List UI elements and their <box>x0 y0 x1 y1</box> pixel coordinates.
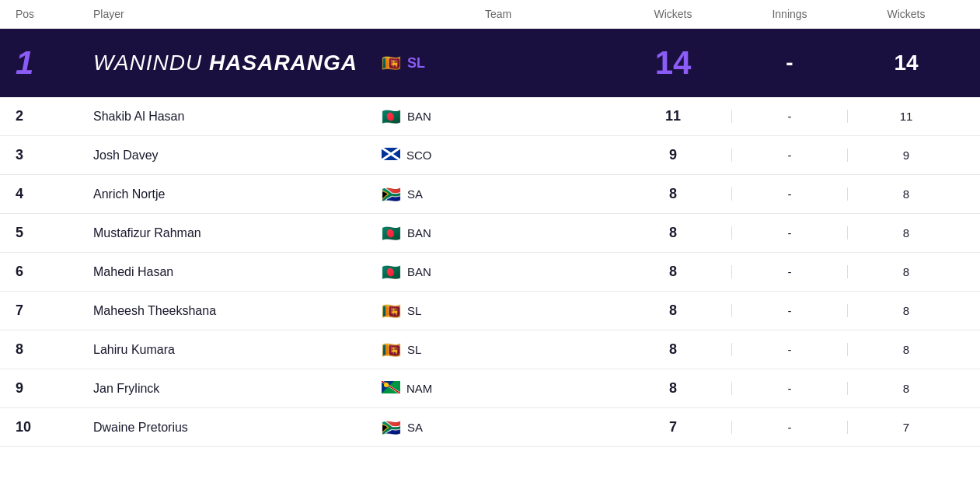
row-wickets: 9 <box>615 147 731 163</box>
row-wickets: 8 <box>615 302 731 319</box>
row-flag: 🇱🇰 <box>382 342 401 358</box>
featured-row: 1 WANINDU HASARANGA 🇱🇰 SL 14 - 14 <box>0 29 980 97</box>
row-team: 🇱🇰 SL <box>382 303 615 319</box>
row-team-code: SA <box>407 187 423 201</box>
flag-icon: 🇱🇰 <box>382 341 401 358</box>
row-team-code: SA <box>407 421 423 434</box>
row-team: NAM <box>382 381 615 396</box>
row-last-wickets: 8 <box>848 304 964 317</box>
row-flag: 🇿🇦 <box>382 420 401 435</box>
row-wickets: 7 <box>615 419 731 435</box>
row-last-wickets: 7 <box>848 421 964 434</box>
featured-innings: - <box>731 51 848 75</box>
row-team: 🇧🇩 BAN <box>382 264 615 280</box>
row-wickets: 8 <box>615 264 731 280</box>
row-last-wickets: 8 <box>848 187 964 201</box>
row-wickets: 8 <box>615 186 731 202</box>
header-wickets: Wickets <box>615 8 731 20</box>
row-pos: 9 <box>16 380 93 397</box>
header-innings: Innings <box>731 8 848 20</box>
row-player: Jan Frylinck <box>93 382 382 396</box>
row-pos: 3 <box>16 147 93 163</box>
row-pos: 2 <box>16 108 93 124</box>
row-flag: 🇧🇩 <box>382 264 401 280</box>
row-flag <box>382 148 400 163</box>
row-player: Josh Davey <box>93 149 382 163</box>
row-team: 🇿🇦 SA <box>382 420 615 435</box>
row-innings: - <box>731 110 848 123</box>
row-player: Anrich Nortje <box>93 187 382 201</box>
row-flag: 🇱🇰 <box>382 303 401 319</box>
row-pos: 4 <box>16 186 93 202</box>
flag-icon: 🇧🇩 <box>382 264 401 281</box>
table-row: 2 Shakib Al Hasan 🇧🇩 BAN 11 - 11 <box>0 97 980 136</box>
featured-flag: 🇱🇰 <box>382 55 401 71</box>
row-player: Dwaine Pretorius <box>93 421 382 435</box>
row-last-wickets: 11 <box>848 110 964 123</box>
row-player: Lahiru Kumara <box>93 343 382 357</box>
table-row: 9 Jan Frylinck NAM 8 - 8 <box>0 369 980 408</box>
table-row: 4 Anrich Nortje 🇿🇦 SA 8 - 8 <box>0 175 980 214</box>
row-team-code: BAN <box>407 265 431 278</box>
row-team-code: SL <box>407 304 421 317</box>
header-player: Player <box>93 8 382 20</box>
row-team: 🇧🇩 BAN <box>382 109 615 124</box>
row-last-wickets: 9 <box>848 149 964 162</box>
row-innings: - <box>731 382 848 395</box>
row-innings: - <box>731 226 848 240</box>
row-team: SCO <box>382 148 615 163</box>
row-last-wickets: 8 <box>848 226 964 240</box>
row-flag: 🇿🇦 <box>382 187 401 202</box>
row-pos: 5 <box>16 225 93 241</box>
row-team-code: BAN <box>407 110 431 123</box>
flag-icon: 🇿🇦 <box>382 186 401 203</box>
table-row: 8 Lahiru Kumara 🇱🇰 SL 8 - 8 <box>0 330 980 369</box>
row-innings: - <box>731 149 848 162</box>
row-wickets: 8 <box>615 341 731 358</box>
row-innings: - <box>731 421 848 434</box>
row-flag: 🇧🇩 <box>382 109 401 124</box>
featured-last-wickets: 14 <box>848 51 964 75</box>
row-innings: - <box>731 265 848 278</box>
flag-icon: 🇱🇰 <box>382 302 401 320</box>
table-row: 3 Josh Davey SCO 9 - 9 <box>0 136 980 175</box>
row-player: Maheesh Theekshana <box>93 304 382 318</box>
row-team-code: SL <box>407 343 421 356</box>
flag-icon: 🇧🇩 <box>382 225 401 242</box>
header-team: Team <box>382 8 615 20</box>
flag-icon: 🇿🇦 <box>382 419 401 436</box>
row-innings: - <box>731 343 848 356</box>
header-pos: Pos <box>16 8 93 20</box>
featured-wickets: 14 <box>615 44 731 82</box>
row-wickets: 8 <box>615 225 731 241</box>
row-team: 🇧🇩 BAN <box>382 226 615 241</box>
svg-point-7 <box>384 383 389 387</box>
row-flag: 🇧🇩 <box>382 226 401 241</box>
row-last-wickets: 8 <box>848 382 964 395</box>
featured-player-name: WANINDU HASARANGA <box>93 51 382 75</box>
row-pos: 8 <box>16 341 93 358</box>
row-team: 🇿🇦 SA <box>382 187 615 202</box>
row-innings: - <box>731 187 848 201</box>
featured-pos: 1 <box>16 44 93 82</box>
row-team: 🇱🇰 SL <box>382 342 615 358</box>
row-player: Mahedi Hasan <box>93 265 382 279</box>
table-row: 5 Mustafizur Rahman 🇧🇩 BAN 8 - 8 <box>0 214 980 253</box>
row-last-wickets: 8 <box>848 343 964 356</box>
row-wickets: 11 <box>615 108 731 124</box>
flag-icon: 🇧🇩 <box>382 108 401 125</box>
row-last-wickets: 8 <box>848 265 964 278</box>
row-team-code: BAN <box>407 226 431 240</box>
row-team-code: NAM <box>406 382 432 395</box>
table-row: 7 Maheesh Theekshana 🇱🇰 SL 8 - 8 <box>0 292 980 330</box>
row-player: Mustafizur Rahman <box>93 226 382 240</box>
row-wickets: 8 <box>615 380 731 397</box>
rows-container: 2 Shakib Al Hasan 🇧🇩 BAN 11 - 11 3 Josh … <box>0 97 980 447</box>
row-team-code: SCO <box>406 149 432 162</box>
row-pos: 6 <box>16 264 93 280</box>
table-header: Pos Player Team Wickets Innings Wickets <box>0 0 980 29</box>
stats-table: Pos Player Team Wickets Innings Wickets … <box>0 0 980 447</box>
row-pos: 10 <box>16 419 93 435</box>
header-last-wickets: Wickets <box>848 8 964 20</box>
table-row: 6 Mahedi Hasan 🇧🇩 BAN 8 - 8 <box>0 253 980 292</box>
